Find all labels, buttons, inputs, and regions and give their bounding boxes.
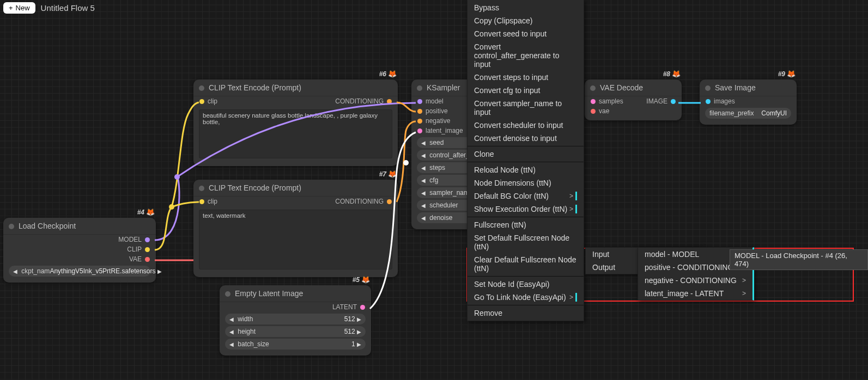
node-tag: #7🦊 — [379, 170, 397, 178]
menu-item[interactable]: Remove — [468, 307, 584, 320]
node-tag: #6🦊 — [379, 70, 397, 78]
input-samples[interactable]: samples — [587, 97, 623, 105]
reroute-clip[interactable] — [169, 204, 174, 210]
collapse-icon[interactable] — [225, 291, 230, 297]
input-positive[interactable]: positive — [414, 107, 448, 115]
output-vae[interactable]: VAE — [129, 255, 153, 263]
node-save-image[interactable]: #9🦊 Save Image images filename_prefixCom… — [700, 79, 797, 125]
menu-item[interactable]: Clone — [468, 148, 584, 161]
submenu-item[interactable]: latent_image - LATENT> — [638, 287, 752, 300]
menu-item[interactable]: Fullscreen (ttN) — [468, 218, 584, 231]
reroute-model[interactable] — [174, 174, 180, 180]
widget-filename-prefix[interactable]: filename_prefixComfyUI — [705, 108, 791, 119]
new-button[interactable]: + New — [3, 2, 35, 14]
node-tag: #8🦊 — [663, 70, 681, 78]
menu-item[interactable]: Convert steps to input — [468, 71, 584, 84]
collapse-icon[interactable] — [199, 85, 204, 91]
menu-item[interactable]: Clear Default Fullscreen Node (ttN) — [468, 253, 584, 275]
node-title: CLIP Text Encode (Prompt) — [209, 183, 301, 192]
input-clip[interactable]: clip — [196, 198, 217, 205]
new-button-label: New — [16, 4, 30, 12]
collapse-icon[interactable] — [9, 224, 14, 229]
menu-item[interactable]: Convert cfg to input — [468, 84, 584, 97]
menu-item[interactable]: Convert sampler_name to input — [468, 97, 584, 119]
node-header[interactable]: VAE Decode — [585, 79, 682, 96]
widget-ckpt-name[interactable]: ◀ ckpt_nam AnythingV5Ink_v5PrtRE.safeten… — [9, 266, 150, 277]
node-title: CLIP Text Encode (Prompt) — [209, 83, 301, 92]
input-model[interactable]: model — [414, 97, 444, 105]
context-menu[interactable]: BypassCopy (Clipspace)Convert seed to in… — [467, 0, 584, 321]
output-conditioning[interactable]: CONDITIONING — [335, 198, 395, 205]
node-header[interactable]: CLIP Text Encode (Prompt) — [193, 79, 398, 96]
node-clip-encode-negative[interactable]: #7🦊 CLIP Text Encode (Prompt) clip CONDI… — [193, 180, 398, 277]
output-image[interactable]: IMAGE — [646, 97, 679, 105]
node-tag: #5🦊 — [353, 275, 370, 284]
collapse-icon[interactable] — [705, 85, 711, 91]
prompt-text[interactable]: text, watermark — [199, 210, 392, 269]
node-tag: #9🦊 — [778, 70, 796, 78]
node-vae-decode[interactable]: #8🦊 VAE Decode samples IMAGE vae — [585, 79, 682, 120]
node-header[interactable]: Load Checkpoint — [3, 218, 156, 235]
input-images[interactable]: images — [702, 97, 735, 105]
node-tag: #4🦊 — [137, 208, 155, 216]
output-model[interactable]: MODEL — [118, 236, 153, 243]
reroute-latent[interactable] — [403, 160, 409, 166]
menu-item[interactable]: Go To Link Node (EasyApi)> — [468, 291, 584, 304]
input-latent-image[interactable]: latent_image — [414, 127, 463, 134]
node-title: VAE Decode — [600, 83, 643, 92]
node-load-checkpoint[interactable]: #4🦊 Load Checkpoint MODEL CLIP VAE ◀ ckp… — [3, 218, 156, 283]
node-header[interactable]: CLIP Text Encode (Prompt) — [193, 180, 398, 197]
node-title: Load Checkpoint — [19, 222, 76, 230]
input-vae[interactable]: vae — [587, 107, 609, 115]
menu-item[interactable]: Bypass — [468, 1, 584, 14]
input-clip[interactable]: clip — [196, 97, 217, 105]
menu-item[interactable]: Default BG Color (ttN)> — [468, 189, 584, 203]
menu-item[interactable]: Reload Node (ttN) — [468, 163, 584, 176]
plus-icon: + — [9, 4, 13, 12]
menu-item[interactable]: Convert seed to input — [468, 27, 584, 40]
node-title: Empty Latent Image — [235, 289, 303, 298]
menu-item[interactable]: Convert control_after_generate to input — [468, 40, 584, 71]
widget-batch-size[interactable]: ◀ batch_size1 ▶ — [225, 339, 366, 350]
collapse-icon[interactable] — [199, 186, 204, 191]
output-clip[interactable]: CLIP — [127, 246, 153, 253]
menu-item[interactable]: Set Default Fullscreen Node (ttN) — [468, 231, 584, 253]
menu-item[interactable]: Convert scheduler to input — [468, 119, 584, 132]
menu-item[interactable]: Set Node Id (EasyApi) — [468, 278, 584, 291]
context-link-target[interactable]: MODEL - Load Checkpoint - #4 (26, 474) — [730, 249, 868, 270]
menu-item[interactable]: Copy (Clipspace) — [468, 14, 584, 27]
top-bar: + New Untitled Flow 5 — [0, 0, 98, 16]
flow-title[interactable]: Untitled Flow 5 — [41, 3, 95, 13]
output-latent[interactable]: LATENT — [332, 303, 368, 311]
widget-width[interactable]: ◀ width512 ▶ — [225, 314, 366, 324]
node-title: KSampler — [427, 83, 460, 92]
collapse-icon[interactable] — [590, 85, 596, 91]
prompt-text[interactable]: beautiful scenery nature glass bottle la… — [199, 109, 392, 158]
node-title: Save Image — [715, 83, 756, 92]
node-clip-encode-positive[interactable]: #6🦊 CLIP Text Encode (Prompt) clip CONDI… — [193, 79, 398, 166]
input-negative[interactable]: negative — [414, 117, 450, 125]
collapse-icon[interactable] — [417, 85, 422, 91]
widget-height[interactable]: ◀ height512 ▶ — [225, 326, 366, 337]
menu-item[interactable]: Convert denoise to input — [468, 132, 584, 145]
node-header[interactable]: Empty Latent Image — [220, 285, 371, 302]
menu-item[interactable]: Node Dimensions (ttN) — [468, 176, 584, 189]
node-header[interactable]: Save Image — [700, 79, 797, 96]
menu-item[interactable]: Show Execution Order (ttN)> — [468, 203, 584, 216]
output-conditioning[interactable]: CONDITIONING — [335, 97, 395, 105]
submenu-item[interactable]: negative - CONDITIONING> — [638, 274, 752, 287]
node-empty-latent-image[interactable]: #5🦊 Empty Latent Image LATENT ◀ width512… — [220, 285, 371, 356]
